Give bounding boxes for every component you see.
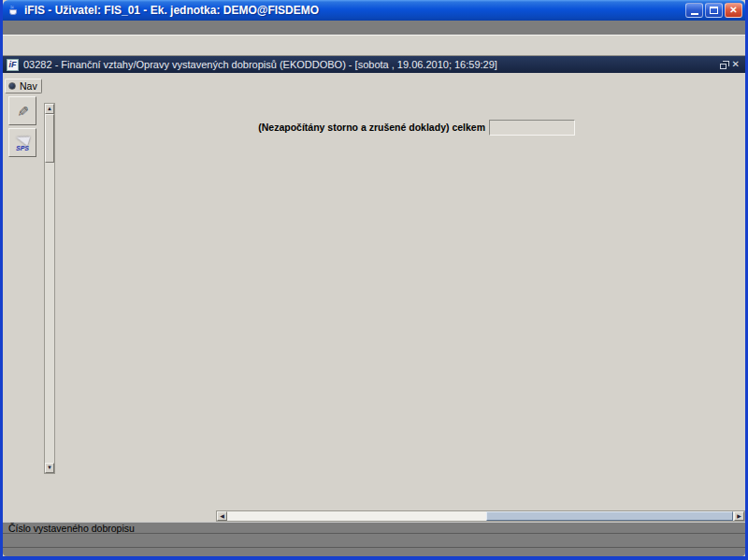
nav-panel: Nav ✎ SPS: [5, 79, 44, 157]
scroll-right-icon[interactable]: ▶: [734, 511, 744, 521]
window-title: iFIS - Uživatel: FIS_01 - Ek. jednotka: …: [24, 4, 685, 17]
ifis-application-window: { "window": { "title": "iFIS - Uživatel:…: [0, 0, 748, 560]
mdi-title-bar: iF 03282 - Finanční vztahy/Opravy vystav…: [3, 56, 745, 73]
menu-bar: [3, 21, 745, 35]
maximize-icon: [710, 7, 718, 14]
status-bar-padding: [3, 548, 745, 556]
summary-row: (Nezapočítány storno a zrušené doklady) …: [59, 120, 744, 136]
edit-document-button[interactable]: ✎: [8, 96, 36, 125]
maximize-button[interactable]: [705, 3, 723, 18]
sps-button[interactable]: SPS: [8, 128, 36, 157]
minimize-button[interactable]: [685, 3, 703, 18]
records-grid: (Nezapočítány storno a zrušené doklady) …: [59, 77, 744, 136]
nav-label: Nav: [20, 80, 37, 92]
form-title: 03282 - Finanční vztahy/Opravy vystavený…: [23, 59, 720, 70]
grid-header-row: [59, 77, 744, 103]
nav-toggle-button[interactable]: Nav: [5, 79, 42, 93]
pencil-paper-icon: ✎: [14, 105, 31, 117]
scroll-up-icon[interactable]: ▲: [45, 104, 54, 114]
summary-label: (Nezapočítány storno a zrušené doklady) …: [59, 122, 485, 133]
record-scrollbar[interactable]: ▲ ▼: [44, 103, 55, 474]
ifis-form-icon: iF: [7, 59, 19, 71]
summary-total-field: [489, 120, 575, 136]
vscroll-thumb[interactable]: [45, 114, 54, 163]
paper-plane-icon: [15, 133, 30, 146]
scroll-left-icon[interactable]: ◀: [217, 511, 227, 521]
horizontal-scrollbar[interactable]: ◀ ▶: [216, 510, 745, 522]
title-bar: ≈ iFIS - Uživatel: FIS_01 - Ek. jednotka…: [3, 0, 745, 21]
hscroll-thumb[interactable]: [486, 511, 733, 521]
restore-icon[interactable]: [720, 64, 726, 69]
nav-radio-icon: [8, 82, 16, 90]
minimize-icon: [691, 7, 698, 15]
status-hint-bar: Číslo vystaveného dobropisu: [3, 522, 745, 534]
scroll-down-icon[interactable]: ▼: [45, 463, 54, 473]
mdi-close-icon[interactable]: ✕: [732, 60, 740, 69]
status-bar: [3, 534, 745, 548]
form-canvas: Nav ✎ SPS ▲ ▼ (Nezapočítány storno a zru…: [3, 73, 745, 522]
java-app-icon: ≈: [7, 4, 21, 18]
close-button[interactable]: ✕: [725, 3, 742, 18]
toolbar: [3, 35, 745, 56]
